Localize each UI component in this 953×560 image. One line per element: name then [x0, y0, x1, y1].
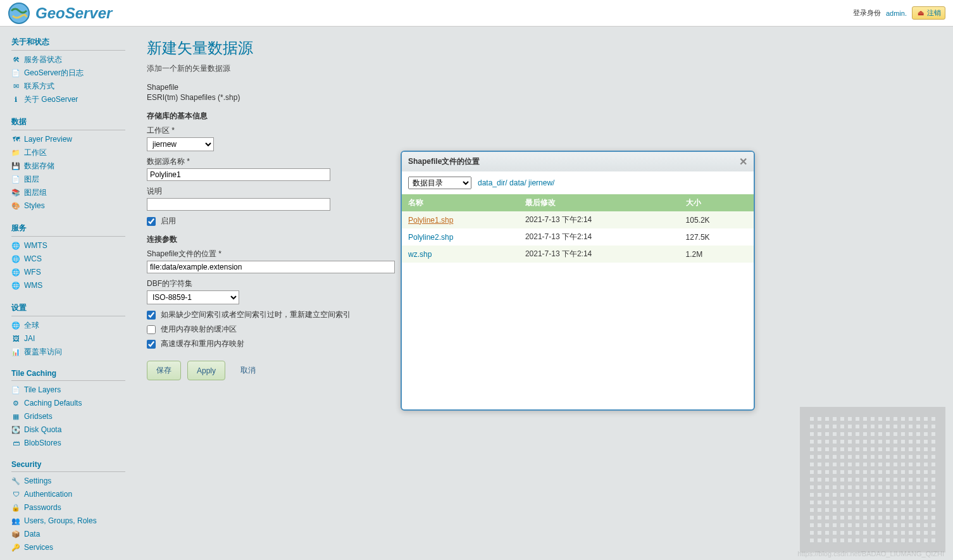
sidebar-item[interactable]: 🔑Services [11, 541, 125, 554]
sidebar-item[interactable]: 👥Users, Groups, Roles [11, 514, 125, 528]
logged-as-label: 登录身份 [853, 8, 881, 18]
sidebar-item[interactable]: 🌐WMS [11, 279, 125, 292]
shapefile-location-input[interactable] [147, 261, 395, 273]
sidebar-item-label: GeoServer的日志 [24, 68, 84, 78]
table-row[interactable]: wz.shp2021-7-13 下午2:141.2M [402, 246, 754, 263]
sidebar-item[interactable]: 🎨Styles [11, 199, 125, 213]
logout-button[interactable]: ⏏ 注销 [912, 6, 945, 20]
sidebar-item[interactable]: 🔒Passwords [11, 501, 125, 514]
sidebar-item-label: 覆盖率访问 [24, 347, 62, 358]
sidebar-item[interactable]: 📊覆盖率访问 [11, 345, 125, 359]
sidebar-item-label: Styles [24, 201, 45, 211]
cache-mem-label: 高速缓存和重用内存映射 [161, 339, 244, 349]
dbf-charset-select[interactable]: ISO-8859-1 [147, 290, 239, 304]
sidebar-item[interactable]: 🌐WFS [11, 266, 125, 279]
logo[interactable]: GeoServer [8, 2, 112, 25]
datasource-name-input[interactable] [147, 168, 330, 181]
sidebar-item-icon: 📚 [11, 189, 20, 197]
file-size: 1.2M [680, 246, 754, 263]
sidebar-item[interactable]: ℹ关于 GeoServer [11, 93, 125, 106]
col-size[interactable]: 大小 [680, 194, 754, 211]
cancel-button[interactable]: 取消 [232, 361, 265, 380]
modal-title: Shapefile文件的位置 [408, 156, 480, 167]
sidebar-item-label: Services [24, 542, 53, 553]
sidebar-item-label: Settings [24, 476, 51, 487]
mem-map-checkbox[interactable] [147, 325, 156, 334]
store-type-desc: ESRI(tm) Shapefiles (*.shp) [147, 93, 939, 102]
header-right: 登录身份 admin. ⏏ 注销 [853, 6, 945, 20]
apply-button[interactable]: Apply [187, 361, 225, 380]
file-link[interactable]: Polyline2.shp [408, 233, 453, 242]
breadcrumb-segment[interactable]: jiernew/ [528, 178, 554, 187]
file-link[interactable]: Polyline1.shp [408, 216, 453, 225]
sidebar-item[interactable]: 📄GeoServer的日志 [11, 66, 125, 80]
sidebar-item[interactable]: ▦Gridsets [11, 410, 125, 423]
col-name[interactable]: 名称 [402, 194, 519, 211]
sidebar-item-icon: 📄 [11, 386, 20, 395]
sidebar-item[interactable]: 📚图层组 [11, 186, 125, 199]
sidebar-item[interactable]: 🗃BlobStores [11, 437, 125, 450]
breadcrumb-segment[interactable]: data/ [509, 178, 526, 187]
sidebar-item[interactable]: 🛠服务器状态 [11, 53, 125, 66]
table-row[interactable]: Polyline1.shp2021-7-13 下午2:14105.2K [402, 211, 754, 228]
logo-text: GeoServer [35, 4, 112, 22]
sidebar-item[interactable]: 🖼JAI [11, 332, 125, 345]
sidebar-item[interactable]: 🌐WCS [11, 252, 125, 266]
sidebar-item[interactable]: 🔧Settings [11, 475, 125, 488]
description-input[interactable] [147, 198, 330, 211]
sidebar-item-label: 图层组 [24, 187, 47, 198]
sidebar-item-icon: 🌐 [11, 282, 20, 290]
close-icon[interactable]: ✕ [739, 156, 747, 168]
store-type: Shapefile [147, 83, 939, 92]
sidebar-item[interactable]: 🌐WMTS [11, 239, 125, 252]
sidebar-item-icon: ⚙ [11, 399, 20, 408]
root-dir-select[interactable]: 数据目录 [408, 177, 471, 189]
file-modified: 2021-7-13 下午2:14 [519, 246, 680, 263]
table-row[interactable]: Polyline2.shp2021-7-13 下午2:14127.5K [402, 228, 754, 246]
sidebar-item[interactable]: 📁工作区 [11, 146, 125, 159]
sidebar: 关于和状态🛠服务器状态📄GeoServer的日志✉联系方式ℹ关于 GeoServ… [0, 27, 133, 560]
sidebar-item[interactable]: 🗺Layer Preview [11, 133, 125, 146]
sidebar-section-title: 服务 [11, 219, 125, 237]
sidebar-item-icon: ℹ [11, 96, 20, 104]
page-title: 新建矢量数据源 [147, 38, 939, 58]
sidebar-item-icon: 🔧 [11, 477, 20, 486]
sidebar-item[interactable]: 💾数据存储 [11, 159, 125, 173]
sidebar-item[interactable]: ✉联系方式 [11, 80, 125, 93]
enable-checkbox[interactable] [147, 217, 156, 226]
sidebar-item[interactable]: 🌐全球 [11, 319, 125, 332]
sidebar-item-icon: ▦ [11, 413, 20, 421]
sidebar-section-title: Tile Caching [11, 365, 125, 381]
col-modified[interactable]: 最后修改 [519, 194, 680, 211]
file-link[interactable]: wz.shp [408, 250, 432, 259]
sidebar-item-icon: 📊 [11, 348, 20, 357]
sidebar-item[interactable]: 📄Tile Layers [11, 383, 125, 397]
sidebar-item[interactable]: 📄图层 [11, 173, 125, 186]
cache-mem-checkbox[interactable] [147, 340, 156, 349]
sidebar-item[interactable]: ⚙Caching Defaults [11, 397, 125, 410]
file-size: 105.2K [680, 211, 754, 228]
sidebar-item-label: 工作区 [24, 147, 47, 158]
sidebar-item-icon: 🌐 [11, 268, 20, 277]
user-link[interactable]: admin. [886, 9, 907, 17]
save-button[interactable]: 保存 [147, 361, 181, 380]
sidebar-item-icon: 🌐 [11, 255, 20, 264]
file-modified: 2021-7-13 下午2:14 [519, 211, 680, 228]
watermark-text: https://blog.csdn.net/BADAO_LIUMANG_QIZH… [797, 550, 944, 557]
sidebar-item-label: WMTS [24, 240, 47, 251]
sidebar-item-label: Gridsets [24, 411, 53, 422]
sidebar-item-icon: 🔑 [11, 544, 20, 552]
spatial-index-checkbox[interactable] [147, 311, 156, 320]
spatial-index-label: 如果缺少空间索引或者空间索引过时，重新建立空间索引 [161, 309, 351, 320]
sidebar-item-label: 全球 [24, 320, 39, 331]
sidebar-item-icon: 🌐 [11, 242, 20, 251]
breadcrumb-segment[interactable]: data_dir/ [478, 178, 508, 187]
mem-map-label: 使用内存映射的缓冲区 [161, 324, 237, 335]
workspace-select[interactable]: jiernew [147, 137, 214, 151]
sidebar-item[interactable]: 💽Disk Quota [11, 423, 125, 437]
sidebar-item-icon: 👥 [11, 517, 20, 526]
sidebar-item[interactable]: 📦Data [11, 528, 125, 541]
sidebar-item-label: WCS [24, 254, 42, 264]
sidebar-item-icon: ✉ [11, 82, 20, 91]
sidebar-item[interactable]: 🛡Authentication [11, 488, 125, 501]
